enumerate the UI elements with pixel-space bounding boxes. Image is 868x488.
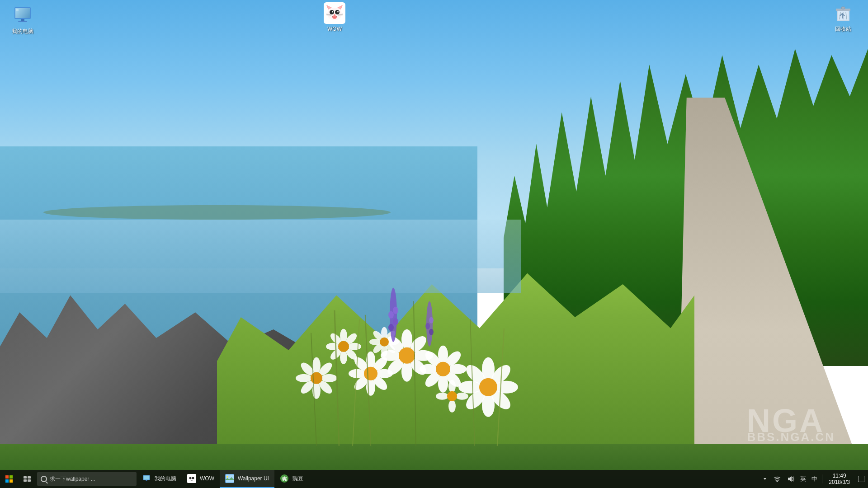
taskbar-items: 我的电脑 WOW xyxy=(137,470,760,488)
search-icon xyxy=(41,476,47,482)
taskbar-wow-icon xyxy=(187,474,196,483)
svg-rect-121 xyxy=(24,479,27,482)
clock-date: 2018/3/3 xyxy=(829,479,850,485)
ime-indicator[interactable]: 中 xyxy=(809,470,820,488)
taskbar-item-my-computer[interactable]: 我的电脑 xyxy=(137,470,182,488)
svg-rect-114 xyxy=(841,7,845,9)
recycle-bin-icon xyxy=(832,2,854,24)
taskbar-my-computer-icon xyxy=(142,474,151,483)
svg-marker-135 xyxy=(764,478,766,480)
svg-rect-118 xyxy=(9,479,13,483)
svg-rect-115 xyxy=(5,475,9,479)
taskbar-wallpaper-ui-label: Wallpaper UI xyxy=(238,475,269,482)
wallpaper: NGA BBS.NGA.CN xyxy=(0,0,868,488)
svg-point-99 xyxy=(335,10,340,14)
far-shore xyxy=(43,205,391,220)
svg-text:豌: 豌 xyxy=(282,476,287,481)
desktop-icon-wow[interactable]: WOW xyxy=(316,2,353,33)
clock-area[interactable]: 11:49 2018/3/3 xyxy=(824,470,854,488)
taskbar-item-wallpaper-ui[interactable]: Wallpaper UI xyxy=(220,470,274,488)
svg-rect-125 xyxy=(146,480,147,481)
svg-point-128 xyxy=(189,477,192,479)
tray-expand-button[interactable] xyxy=(760,470,770,488)
start-button[interactable] xyxy=(0,470,18,488)
svg-point-100 xyxy=(332,11,333,13)
svg-point-136 xyxy=(777,481,778,483)
svg-rect-122 xyxy=(28,479,31,482)
taskbar-my-computer-label: 我的电脑 xyxy=(155,475,176,483)
svg-rect-116 xyxy=(9,475,13,479)
taskbar-item-wow[interactable]: WOW xyxy=(182,470,220,488)
taskbar: 求一下wallpaper ... 我的电脑 xyxy=(0,470,868,488)
clock-time: 11:49 xyxy=(833,473,846,479)
task-view-button[interactable] xyxy=(18,470,36,488)
my-computer-label: 我的电脑 xyxy=(12,28,33,35)
notification-button[interactable] xyxy=(854,470,868,488)
tray-separator xyxy=(822,474,822,483)
svg-rect-89 xyxy=(18,21,27,22)
svg-rect-88 xyxy=(21,19,24,21)
horizon xyxy=(0,220,521,293)
my-computer-icon xyxy=(12,5,33,26)
search-text: 求一下wallpaper ... xyxy=(50,475,95,483)
wow-icon xyxy=(324,2,345,24)
taskbar-item-douban[interactable]: 豌 豌豆 xyxy=(274,470,309,488)
svg-point-101 xyxy=(337,11,339,13)
svg-rect-127 xyxy=(187,474,196,483)
svg-point-129 xyxy=(192,477,194,479)
system-tray: 英 中 11:49 2018/3/3 xyxy=(760,470,868,488)
taskbar-wow-label: WOW xyxy=(200,475,214,482)
language-text: 英 xyxy=(800,475,806,483)
svg-rect-90 xyxy=(16,9,19,11)
desktop-icon-recycle-bin[interactable]: 回收站 xyxy=(825,2,861,33)
svg-rect-117 xyxy=(5,479,9,483)
svg-rect-120 xyxy=(28,476,31,479)
taskbar-douban-label: 豌豆 xyxy=(292,475,303,483)
svg-rect-126 xyxy=(145,481,148,481)
language-indicator[interactable]: 英 xyxy=(797,470,809,488)
wow-label: WOW xyxy=(327,26,342,33)
svg-rect-119 xyxy=(24,476,27,479)
desktop-icon-my-computer[interactable]: 我的电脑 xyxy=(5,5,41,35)
search-bar[interactable]: 求一下wallpaper ... xyxy=(37,472,137,486)
tray-network-icon[interactable] xyxy=(770,470,784,488)
svg-point-132 xyxy=(226,476,228,478)
tray-volume-icon[interactable] xyxy=(784,470,797,488)
recycle-bin-label: 回收站 xyxy=(835,26,851,33)
svg-point-98 xyxy=(330,10,334,14)
svg-rect-137 xyxy=(858,476,864,482)
ime-text: 中 xyxy=(811,475,817,483)
svg-point-103 xyxy=(332,15,337,19)
taskbar-wallpaper-icon xyxy=(225,474,234,483)
svg-rect-124 xyxy=(143,475,149,479)
taskbar-douban-icon: 豌 xyxy=(280,474,289,483)
